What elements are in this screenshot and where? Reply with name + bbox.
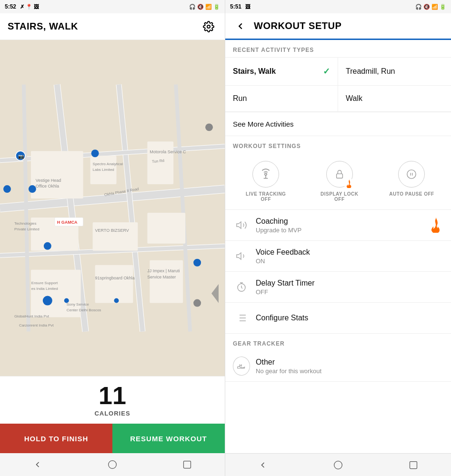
- live-tracking-icon-circle: [252, 161, 279, 188]
- lock-icon: [334, 169, 345, 179]
- right-back-nav-icon: [258, 460, 268, 470]
- recents-nav-icon[interactable]: [181, 459, 193, 470]
- coaching-title: Coaching: [256, 217, 428, 226]
- svg-text:Motorola Service C: Motorola Service C: [150, 149, 186, 154]
- right-recents-nav[interactable]: [408, 459, 419, 471]
- activity-treadmill-run-label: Treadmill, Run: [346, 67, 395, 76]
- coaching-row[interactable]: Coaching Upgrade to MVP: [225, 210, 451, 241]
- left-status-bar: 5:52 ✗ 📍 🖼 🎧 🔇 📶 🔋: [0, 0, 225, 13]
- svg-text:Technologies: Technologies: [14, 221, 37, 226]
- right-status-bar: 5:51 🖼 🎧 🔇 📶 🔋: [225, 0, 451, 13]
- action-buttons: HOLD TO FINISH RESUME WORKOUT: [0, 424, 225, 453]
- delay-start-title: Delay Start Timer: [256, 279, 443, 288]
- workout-settings-section-header: WORKOUT SETTINGS: [225, 136, 451, 153]
- gear-tracker-title: Other: [256, 358, 443, 367]
- coaching-icon: [233, 217, 250, 234]
- mvp-badge-lock: [344, 178, 354, 189]
- settings-button[interactable]: [200, 18, 217, 35]
- svg-text:Office Okhla: Office Okhla: [36, 184, 59, 188]
- hold-to-finish-button[interactable]: HOLD TO FINISH: [0, 424, 112, 453]
- svg-point-49: [43, 296, 52, 306]
- activity-walk[interactable]: Walk: [338, 86, 451, 112]
- megaphone-icon: [236, 219, 247, 231]
- gear-tracker-section-header: GEAR TRACKER: [225, 334, 451, 351]
- list-icon: [236, 312, 247, 324]
- calories-section: 11 CALORIES: [0, 376, 225, 424]
- right-header: WORKOUT SETUP: [225, 13, 451, 40]
- activity-stairs-walk-label: Stairs, Walk: [233, 67, 276, 76]
- activity-walk-label: Walk: [346, 94, 362, 103]
- activity-stairs-walk[interactable]: Stairs, Walk ✓: [225, 58, 338, 86]
- voice-feedback-row[interactable]: Voice Feedback ON: [225, 241, 451, 272]
- configure-stats-icon: [233, 309, 250, 327]
- home-nav-icon[interactable]: [107, 459, 118, 470]
- gear-tracker-circle: [233, 357, 250, 376]
- svg-text:JJ Impex | Maruti: JJ Impex | Maruti: [147, 268, 180, 273]
- right-status-icons: 🖼: [245, 4, 251, 10]
- resume-workout-button[interactable]: RESUME WORKOUT: [112, 424, 225, 453]
- delay-start-icon: [233, 278, 250, 296]
- coaching-subtitle: Upgrade to MVP: [256, 227, 428, 234]
- svg-text:H GAMCA: H GAMCA: [57, 220, 78, 225]
- see-more-activities[interactable]: See More Activities: [225, 112, 451, 136]
- right-panel: 5:51 🖼 🎧 🔇 📶 🔋 WORKOUT SETUP RECENT ACTI…: [225, 0, 451, 476]
- right-content: RECENT ACTIVITY TYPES Stairs, Walk ✓ Tre…: [225, 40, 451, 453]
- display-lock-setting[interactable]: DISPLAY LOCK OFF: [316, 161, 363, 202]
- voice-feedback-title: Voice Feedback: [256, 248, 443, 257]
- activity-treadmill-run[interactable]: Treadmill, Run: [338, 58, 451, 86]
- voice-feedback-icon: [233, 248, 250, 265]
- svg-point-75: [334, 461, 342, 469]
- gear-tracker-icon: [233, 357, 250, 375]
- left-time: 5:52: [5, 3, 16, 10]
- live-tracking-setting[interactable]: LIVE TRACKING OFF: [242, 161, 290, 202]
- right-recents-nav-icon: [409, 460, 418, 470]
- left-panel: 5:52 ✗ 📍 🖼 🎧 🔇 📶 🔋 STAIRS, WALK: [0, 0, 225, 476]
- svg-text:GlobalHunt India Pvt: GlobalHunt India Pvt: [14, 314, 50, 318]
- svg-rect-22: [150, 260, 183, 303]
- right-nav-bar: [225, 453, 451, 476]
- auto-pause-setting[interactable]: AUTO PAUSE OFF: [389, 161, 434, 202]
- svg-point-46: [91, 149, 99, 157]
- voice-feedback-subtitle: ON: [256, 258, 443, 265]
- svg-rect-76: [410, 461, 417, 468]
- configure-stats-text: Configure Stats: [256, 314, 443, 322]
- right-right-icons: 🎧 🔇 📶 🔋: [415, 4, 446, 10]
- gear-tracker-text: Other No gear for this workout: [256, 358, 443, 375]
- svg-text:Carzonrent India Pvt: Carzonrent India Pvt: [19, 323, 54, 327]
- configure-stats-row[interactable]: Configure Stats: [225, 303, 451, 334]
- svg-point-52: [193, 259, 201, 267]
- workout-settings-grid: LIVE TRACKING OFF: [225, 153, 451, 210]
- svg-rect-18: [93, 222, 138, 251]
- svg-point-57: [109, 461, 117, 469]
- svg-rect-21: [95, 265, 133, 303]
- svg-text:Vestige Head: Vestige Head: [36, 178, 61, 183]
- back-nav-icon[interactable]: [32, 459, 43, 470]
- back-button[interactable]: [233, 19, 248, 34]
- svg-text:Ensure Support: Ensure Support: [31, 281, 58, 285]
- map-container: Vestige Head Office Okhla Spectro Analyt…: [0, 40, 225, 376]
- svg-rect-14: [31, 151, 83, 198]
- svg-point-51: [114, 298, 119, 303]
- voice-feedback-text: Voice Feedback ON: [256, 248, 443, 265]
- right-home-nav[interactable]: [332, 459, 344, 471]
- right-back-nav[interactable]: [257, 459, 269, 471]
- svg-point-50: [64, 298, 69, 303]
- gear-tracker-other-row[interactable]: Other No gear for this workout: [225, 351, 451, 382]
- calories-number: 11: [99, 383, 126, 408]
- svg-point-47: [205, 123, 213, 131]
- svg-point-0: [207, 25, 210, 28]
- svg-text:Private Limited: Private Limited: [14, 227, 40, 231]
- svg-text:Center Delhi Boscos: Center Delhi Boscos: [67, 308, 101, 312]
- activity-run[interactable]: Run: [225, 86, 338, 112]
- svg-text:Sony Service: Sony Service: [67, 302, 90, 307]
- wifi-icon: [260, 168, 272, 180]
- selected-checkmark: ✓: [323, 66, 330, 77]
- delay-start-row[interactable]: Delay Start Timer OFF: [225, 272, 451, 303]
- left-title: STAIRS, WALK: [8, 21, 78, 32]
- svg-marker-66: [237, 222, 241, 228]
- left-header: STAIRS, WALK: [0, 13, 225, 40]
- svg-point-45: [29, 185, 36, 193]
- map-svg: Vestige Head Office Okhla Spectro Analyt…: [0, 40, 225, 376]
- delay-start-subtitle: OFF: [256, 288, 443, 296]
- svg-point-48: [44, 242, 51, 250]
